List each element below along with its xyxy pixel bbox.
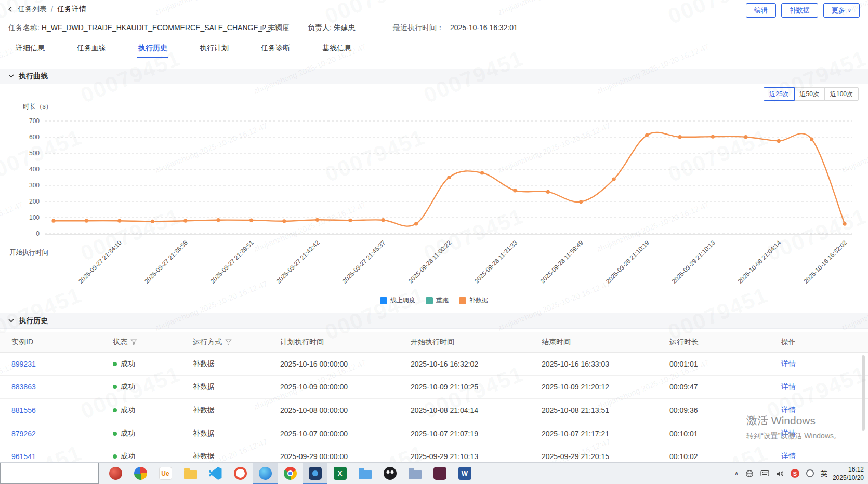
cell-mode: 补数据 — [193, 382, 280, 392]
language-indicator[interactable]: 英 — [821, 469, 827, 478]
instance-id-link[interactable]: 881556 — [11, 406, 36, 414]
cell-instance-id: 961541 — [11, 452, 113, 459]
cell-status: 成功 — [113, 452, 193, 459]
data-point — [711, 135, 715, 139]
detail-link[interactable]: 详情 — [781, 359, 796, 368]
taskbar-date: 2025/10/20 — [833, 474, 864, 482]
taskbar-app-pinwheel[interactable] — [128, 463, 153, 484]
data-point — [810, 137, 813, 141]
cell-mode: 补数据 — [193, 452, 280, 459]
legend-item-0[interactable]: 线上调度 — [380, 296, 415, 305]
last-exec-time: 最近执行时间： 2025-10-16 16:32:01 — [393, 23, 518, 33]
backfill-button[interactable]: 补数据 — [781, 3, 818, 18]
pinwheel-icon — [134, 467, 147, 480]
taskbar-app-word[interactable]: W — [452, 463, 477, 484]
cell-start: 2025-09-29 21:10:13 — [411, 452, 542, 459]
column-header-status: 状态 — [113, 338, 193, 347]
taskbar-app-folder-slate[interactable] — [402, 463, 427, 484]
cell-duration: 00:10:01 — [669, 429, 781, 438]
filter-funnel-icon[interactable] — [225, 339, 232, 345]
status-label: 成功 — [121, 382, 135, 392]
top-bar: 任务列表 / 任务详情 编辑补数据更多∨ — [0, 0, 868, 20]
detail-link[interactable]: 详情 — [781, 429, 796, 437]
section-execution-curve[interactable]: 执行曲线 — [0, 69, 868, 84]
edit-button[interactable]: 编辑 — [746, 3, 776, 18]
legend-item-1[interactable]: 重跑 — [426, 296, 449, 305]
legend-swatch-icon — [426, 297, 433, 304]
ime-keyboard-icon[interactable] — [760, 470, 769, 477]
data-point — [480, 171, 484, 174]
breadcrumb-task-list[interactable]: 任务列表 — [18, 5, 47, 14]
browser-red-icon — [109, 467, 122, 480]
cell-action: 详情 — [781, 406, 864, 415]
table-body: 899231成功补数据2025-10-16 00:00:002025-10-16… — [0, 353, 868, 459]
chrome-icon — [284, 467, 297, 480]
column-header-label: 状态 — [113, 338, 127, 347]
input-mode-icon[interactable] — [806, 469, 814, 477]
duration-series-line — [54, 132, 845, 226]
tab-lineage[interactable]: 任务血缘 — [76, 39, 107, 58]
range-button-1[interactable]: 近50次 — [794, 87, 825, 101]
legend-item-2[interactable]: 补数据 — [459, 296, 488, 305]
table-scrollbar[interactable] — [862, 355, 865, 431]
tab-history[interactable]: 执行历史 — [137, 39, 168, 58]
more-button[interactable]: 更多∨ — [823, 3, 860, 18]
chevron-up-icon[interactable]: ∧ — [734, 470, 739, 477]
instance-id-link[interactable]: 883863 — [11, 383, 36, 391]
y-tick-label: 600 — [29, 133, 40, 141]
column-header-action: 操作 — [781, 338, 864, 347]
cell-start: 2025-10-07 21:07:19 — [411, 429, 542, 438]
taskbar-search-box[interactable] — [0, 463, 99, 484]
cell-duration: 00:10:02 — [669, 452, 781, 459]
cell-duration: 00:01:01 — [669, 360, 781, 368]
taskbar-tray: ∧S英 — [734, 463, 827, 484]
filter-funnel-icon[interactable] — [130, 339, 137, 345]
detail-link[interactable]: 详情 — [781, 452, 796, 459]
tab-baseline[interactable]: 基线信息 — [321, 39, 352, 58]
taskbar-app-vscode[interactable] — [203, 463, 228, 484]
instance-id-link[interactable]: 899231 — [11, 360, 36, 368]
tab-diagnosis[interactable]: 任务诊断 — [260, 39, 291, 58]
column-header-label: 操作 — [781, 338, 796, 347]
legend-label: 重跑 — [436, 296, 449, 305]
taskbar-app-ultraedit[interactable]: Ue — [153, 463, 178, 484]
taskbar-app-explorer[interactable] — [178, 463, 203, 484]
table-row: 899231成功补数据2025-10-16 00:00:002025-10-16… — [0, 353, 868, 376]
taskbar-clock[interactable]: 16:12 2025/10/20 — [833, 465, 864, 482]
volume-icon[interactable] — [776, 470, 784, 477]
taskbar-app-browser-red[interactable] — [103, 463, 128, 484]
tab-detail[interactable]: 详细信息 — [15, 39, 46, 58]
taskbar-app-excel[interactable]: X — [327, 463, 352, 484]
detail-link[interactable]: 详情 — [781, 406, 796, 414]
status-label: 成功 — [121, 452, 135, 459]
taskbar-app-docs-folder[interactable] — [352, 463, 377, 484]
data-point — [117, 219, 121, 223]
taskbar-app-chrome[interactable] — [278, 463, 303, 484]
network-globe-icon[interactable] — [745, 469, 754, 478]
back-chevron-icon[interactable] — [7, 6, 14, 12]
more-button-label: 更多 — [832, 6, 845, 15]
section-execution-history[interactable]: 执行历史 — [0, 313, 868, 329]
status-success-dot-icon — [113, 454, 117, 459]
taskbar-app-panda[interactable] — [377, 463, 402, 484]
instance-id-link[interactable]: 879262 — [11, 429, 36, 438]
detail-link[interactable]: 详情 — [781, 382, 796, 391]
sogou-input-icon[interactable]: S — [791, 469, 799, 478]
instance-id-link[interactable]: 961541 — [11, 452, 36, 459]
tab-plan[interactable]: 执行计划 — [199, 39, 230, 58]
x-axis-title: 开始执行时间 — [9, 249, 48, 256]
status-success-dot-icon — [113, 362, 117, 366]
taskbar-app-edge[interactable] — [253, 463, 278, 484]
x-tick-label: 2025-09-29 21:10:13 — [670, 239, 717, 285]
data-point — [217, 218, 220, 222]
range-button-2[interactable]: 近100次 — [824, 87, 859, 101]
taskbar-app-app-blue[interactable] — [303, 463, 327, 484]
taskbar-app-opera[interactable] — [228, 463, 253, 484]
range-button-0[interactable]: 近25次 — [764, 87, 794, 101]
data-point — [843, 222, 847, 226]
data-point — [282, 219, 286, 223]
owner-label: 负责人: — [308, 23, 332, 32]
breadcrumb-task-detail: 任务详情 — [57, 5, 86, 14]
status-label: 成功 — [121, 429, 135, 438]
taskbar-app-app-dark[interactable] — [427, 463, 452, 484]
